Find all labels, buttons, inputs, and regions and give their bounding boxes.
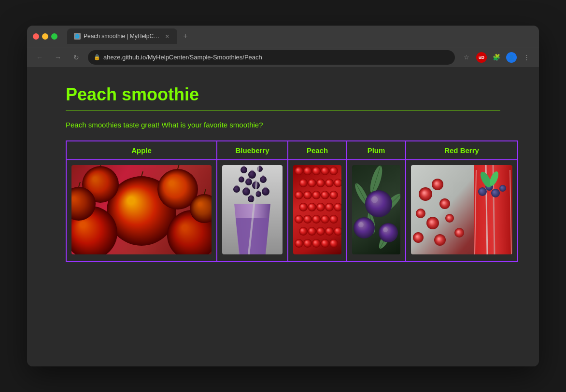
bookmark-button[interactable]: ☆	[460, 51, 473, 64]
tab-bar: 🌐 Peach smoothie | MyHelpCent… ✕ +	[67, 28, 533, 44]
blueberry-image	[222, 165, 283, 254]
address-bar: ← → ↻ 🔒 aheze.github.io/MyHelpCenter/Sam…	[27, 47, 539, 67]
tab-title: Peach smoothie | MyHelpCent…	[84, 33, 161, 40]
puzzle-icon: 🧩	[493, 54, 500, 61]
plum-cell	[347, 160, 406, 262]
forward-icon: →	[55, 54, 61, 61]
smoothie-table: Apple Blueberry Peach Plum Red Berry	[66, 140, 518, 262]
maximize-button[interactable]	[51, 33, 57, 40]
back-icon: ←	[36, 54, 43, 61]
col-peach: Peach	[288, 141, 347, 160]
table-image-row	[66, 160, 518, 262]
traffic-lights	[33, 33, 57, 40]
back-button[interactable]: ←	[33, 51, 46, 64]
tab-close-button[interactable]: ✕	[164, 33, 170, 40]
col-redberry: Red Berry	[406, 141, 518, 160]
reload-icon: ↻	[73, 54, 79, 61]
menu-icon: ⋮	[524, 54, 530, 61]
apple-image	[71, 165, 212, 254]
reload-button[interactable]: ↻	[70, 51, 83, 64]
peach-cell	[288, 160, 347, 262]
url-text: aheze.github.io/MyHelpCenter/Sample-Smoo…	[103, 54, 449, 61]
star-icon: ☆	[464, 54, 469, 61]
col-plum: Plum	[347, 141, 406, 160]
browser-actions: ☆ uD 🧩 👤 ⋮	[460, 51, 533, 64]
peach-image	[293, 165, 341, 254]
blueberry-cell	[217, 160, 288, 262]
redberry-image	[411, 165, 512, 254]
redberry-cell	[406, 160, 518, 262]
page-subtitle: Peach smoothies taste great! What is you…	[66, 121, 500, 129]
forward-button[interactable]: →	[51, 51, 65, 64]
new-tab-button[interactable]: +	[179, 30, 192, 42]
menu-button[interactable]: ⋮	[520, 51, 533, 64]
ublock-label: uD	[479, 55, 484, 60]
lock-icon: 🔒	[94, 54, 100, 60]
close-button[interactable]	[33, 33, 39, 40]
title-divider	[66, 111, 500, 111]
plum-image	[352, 165, 400, 254]
extension-user[interactable]: 👤	[506, 52, 517, 63]
address-input-container[interactable]: 🔒 aheze.github.io/MyHelpCenter/Sample-Sm…	[88, 50, 455, 65]
browser-window: 🌐 Peach smoothie | MyHelpCent… ✕ + ← → ↻…	[27, 26, 539, 366]
title-bar: 🌐 Peach smoothie | MyHelpCent… ✕ +	[27, 26, 539, 47]
col-apple: Apple	[66, 141, 217, 160]
col-blueberry: Blueberry	[217, 141, 288, 160]
active-tab[interactable]: 🌐 Peach smoothie | MyHelpCent… ✕	[67, 28, 177, 44]
page-content: Peach smoothie Peach smoothies taste gre…	[27, 67, 539, 366]
apple-cell	[66, 160, 217, 262]
extensions-button[interactable]: 🧩	[490, 51, 503, 64]
extension-ublock[interactable]: uD	[476, 52, 487, 63]
tab-favicon: 🌐	[74, 33, 81, 40]
table-header-row: Apple Blueberry Peach Plum Red Berry	[66, 141, 518, 160]
minimize-button[interactable]	[42, 33, 48, 40]
page-title: Peach smoothie	[66, 84, 500, 105]
user-label: 👤	[509, 55, 514, 60]
